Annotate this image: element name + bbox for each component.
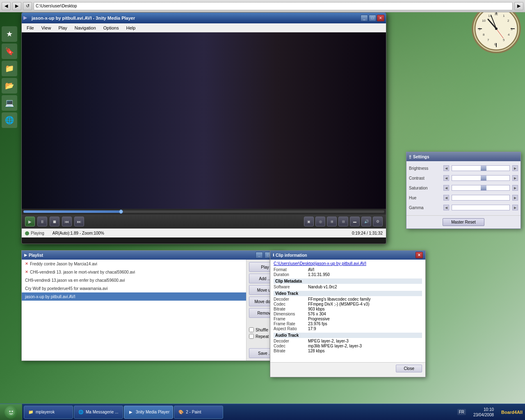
playlist-minimize[interactable]: _ (256, 252, 263, 258)
browser-go[interactable]: ▶ (514, 2, 523, 10)
taskbar-item-messagerie[interactable]: 🌐 Ma Messagerie ... (74, 406, 123, 419)
clip-info-close-x[interactable]: ✕ (415, 252, 423, 258)
master-reset-button[interactable]: Master Reset (443, 218, 484, 226)
sidebar-icon-5[interactable]: 🌐 (2, 112, 17, 128)
stop-button[interactable]: ⏹ (50, 217, 59, 226)
taskbar-item-mplayerok[interactable]: 📁 mplayerok (24, 406, 73, 419)
contrast-slider[interactable] (452, 175, 510, 181)
svg-point-20 (495, 27, 498, 30)
view-btn-1[interactable]: ▣ (304, 217, 314, 226)
info-row-decoder: Decoder FFmpeg's libavcodec codec family (274, 297, 422, 301)
menu-navigation[interactable]: Navigation (71, 25, 99, 31)
hue-label: Hue (409, 196, 442, 200)
playlist-item-0[interactable]: ✕ Freddy contre Jason by Marcia14.avi (22, 260, 246, 268)
seek-bar-container (22, 209, 386, 215)
settings-panel: ⣿ Settings Brightness ◀ ▶ Contrast ◀ ▶ (406, 152, 521, 229)
start-button[interactable] (0, 404, 22, 420)
shuffle-checkbox[interactable] (249, 327, 254, 332)
clip-info-path[interactable]: C:\Users\user\Desktop\jason-x-up by pitb… (274, 261, 422, 266)
browser-bar: ◀ ▶ ↺ C:\Users\user\Desktop ▶ (0, 0, 525, 12)
playlist-item-name-1: CH6-vendredi 13. jason le mort-vivant by… (30, 270, 135, 274)
info-row-framerate: Frame Rate 23.976 fps (274, 322, 422, 326)
settings-titlebar: ⣿ Settings (406, 152, 520, 161)
info-val-audio-decoder: MPEG layer-2, layer-3 (308, 339, 422, 343)
pause-button[interactable]: ⏸ (37, 217, 47, 226)
menu-help[interactable]: Help (123, 25, 139, 31)
info-row-audio-decoder: Decoder MPEG layer-2, layer-3 (274, 339, 422, 343)
close-button[interactable]: ✕ (377, 15, 384, 21)
clip-info-title: Clip information (276, 253, 307, 258)
view-btn-5[interactable]: ▬ (350, 217, 360, 226)
playlist-item-1[interactable]: ✕ CH6-vendredi 13. jason le mort-vivant … (22, 268, 246, 276)
view-btn-3[interactable]: ⊞ (327, 217, 337, 226)
next-button[interactable]: ⏭ (74, 217, 84, 226)
saturation-right-arrow[interactable]: ▶ (512, 185, 518, 191)
brightness-thumb (481, 166, 486, 171)
repeat-checkbox[interactable] (249, 334, 254, 339)
taskbar-label-paint: 2 - Paint (186, 410, 201, 414)
browser-address[interactable]: C:\Users\user\Desktop (34, 2, 513, 10)
brightness-left-arrow[interactable]: ◀ (443, 165, 449, 171)
taskbar-item-paint[interactable]: 🎨 2 - Paint (174, 406, 223, 419)
volume-btn[interactable]: 🔊 (361, 217, 371, 226)
info-key-audio-decoder: Decoder (274, 339, 306, 343)
menu-play[interactable]: Play (55, 25, 70, 31)
settings-btn[interactable]: ⚙ (373, 217, 383, 226)
sidebar-icon-3[interactable]: 📂 (2, 78, 17, 94)
taskbar: 📁 mplayerok 🌐 Ma Messagerie ... ▶ 3nity … (0, 404, 525, 420)
sidebar-icon-2[interactable]: 📁 (2, 61, 17, 76)
prev-button[interactable]: ⏮ (62, 217, 72, 226)
gamma-right-arrow[interactable]: ▶ (512, 205, 518, 210)
brightness-slider[interactable] (452, 165, 510, 171)
brightness-right-arrow[interactable]: ▶ (512, 165, 518, 171)
status-bar: Playing AR(Auto):1.89 - Zoom:100% 0:19:2… (22, 228, 386, 237)
svg-text:9: 9 (479, 27, 481, 31)
saturation-slider[interactable] (452, 185, 510, 191)
menu-file[interactable]: File (23, 25, 37, 31)
maximize-button[interactable]: □ (369, 15, 376, 21)
browser-refresh[interactable]: ↺ (23, 2, 32, 10)
playlist-item-4[interactable]: jason-x-up by pitbull.avi.AVI (22, 292, 246, 301)
hue-slider[interactable] (452, 195, 510, 201)
media-player-titlebar[interactable]: ▶ jason-x-up by pitbull.avi.AVI - 3nity … (22, 13, 386, 23)
seek-bar[interactable] (23, 210, 384, 213)
playlist-item-3[interactable]: Cry Wolf by poetederue45 for wawamania.a… (22, 284, 246, 292)
sidebar-icon-0[interactable]: ★ (2, 26, 17, 42)
play-button[interactable]: ▶ (25, 217, 35, 226)
minimize-button[interactable]: _ (361, 15, 368, 21)
settings-content: Brightness ◀ ▶ Contrast ◀ ▶ Saturation ◀ (406, 161, 520, 215)
browser-back[interactable]: ◀ (2, 2, 11, 10)
saturation-row: Saturation ◀ ▶ (409, 183, 518, 192)
gamma-left-arrow[interactable]: ◀ (443, 205, 449, 210)
item-x-0: ✕ (25, 262, 28, 266)
contrast-row: Contrast ◀ ▶ (409, 173, 518, 183)
view-btn-2[interactable]: ◎ (315, 217, 325, 226)
menu-options[interactable]: Options (100, 25, 122, 31)
info-key-audio-bitrate: Bitrate (274, 349, 306, 353)
contrast-left-arrow[interactable]: ◀ (443, 175, 449, 181)
hue-right-arrow[interactable]: ▶ (512, 195, 518, 201)
hue-left-arrow[interactable]: ◀ (443, 195, 449, 201)
info-key-aspect: Aspect Ratio (274, 326, 306, 331)
contrast-thumb (481, 176, 486, 180)
clip-info-icon: ℹ (273, 253, 274, 257)
gamma-slider[interactable] (452, 205, 510, 210)
browser-forward[interactable]: ▶ (12, 2, 21, 10)
playlist-item-2[interactable]: CH9-vendredi 13.jason va en enfer by cha… (22, 276, 246, 284)
sidebar-icon-1[interactable]: 🔖 (2, 43, 17, 59)
svg-text:6: 6 (494, 42, 496, 46)
info-val-bitrate: 903 kbps (308, 307, 422, 311)
system-tray: FR (455, 409, 468, 415)
clip-info-close-button[interactable]: Close (396, 365, 422, 372)
sidebar-icon-4[interactable]: 💻 (2, 95, 17, 111)
taskbar-time: 10:10 (473, 407, 494, 412)
media-player-title: jason-x-up by pitbull.avi.AVI - 3nity Me… (32, 16, 361, 21)
view-btn-4[interactable]: ⊟ (338, 217, 348, 226)
right-controls: ▣ ◎ ⊞ ⊟ ▬ 🔊 ⚙ (304, 217, 383, 226)
playlist-item-name-3: Cry Wolf by poetederue45 for wawamania.a… (25, 286, 108, 291)
paint-icon: 🎨 (178, 409, 184, 415)
contrast-right-arrow[interactable]: ▶ (512, 175, 518, 181)
saturation-left-arrow[interactable]: ◀ (443, 185, 449, 191)
menu-view[interactable]: View (38, 25, 55, 31)
taskbar-item-mediaplayer[interactable]: ▶ 3nity Media Player (124, 406, 173, 419)
